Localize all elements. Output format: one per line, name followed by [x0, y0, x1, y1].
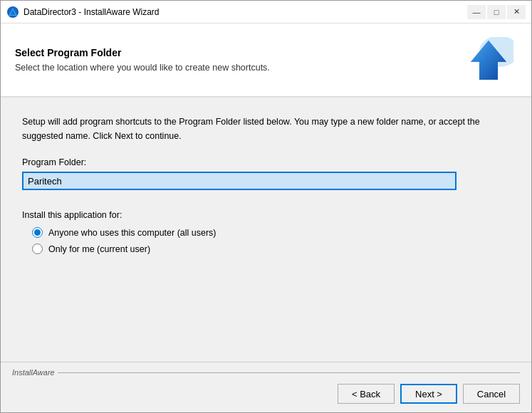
window-title: DataDirector3 - InstallAware Wizard — [24, 7, 160, 17]
description-text: Setup will add program shortcuts to the … — [22, 115, 510, 143]
radio-current-user-label: Only for me (current user) — [48, 244, 150, 254]
install-for-label: Install this application for: — [22, 210, 510, 220]
footer-brand-line: InstallAware — [12, 368, 520, 377]
install-section: Install this application for: Anyone who… — [22, 210, 510, 254]
title-bar: DataDirector3 - InstallAware Wizard — □ … — [1, 1, 531, 23]
app-icon — [6, 6, 19, 19]
radio-group: Anyone who uses this computer (all users… — [32, 227, 510, 254]
radio-current-user[interactable]: Only for me (current user) — [32, 244, 510, 254]
program-folder-input[interactable] — [22, 172, 457, 190]
radio-all-users-label: Anyone who uses this computer (all users… — [48, 228, 217, 238]
back-button[interactable]: < Back — [338, 384, 395, 404]
minimize-button[interactable]: — — [467, 5, 486, 19]
close-button[interactable]: ✕ — [507, 5, 526, 19]
footer-divider — [58, 372, 520, 373]
radio-all-users-input[interactable] — [32, 227, 43, 238]
maximize-button[interactable]: □ — [487, 5, 506, 19]
main-window: DataDirector3 - InstallAware Wizard — □ … — [0, 0, 532, 413]
footer: InstallAware < Back Next > Cancel — [1, 362, 531, 412]
header-subtitle: Select the location where you would like… — [15, 63, 270, 73]
arrow-up-icon — [464, 37, 513, 83]
next-button[interactable]: Next > — [400, 384, 457, 404]
header-icon-area — [460, 35, 517, 85]
content-area: Setup will add program shortcuts to the … — [1, 98, 531, 362]
title-bar-left: DataDirector3 - InstallAware Wizard — [6, 6, 160, 19]
program-folder-label: Program Folder: — [22, 157, 510, 167]
cancel-button[interactable]: Cancel — [463, 384, 520, 404]
footer-brand: InstallAware — [12, 368, 55, 377]
radio-all-users[interactable]: Anyone who uses this computer (all users… — [32, 227, 510, 238]
footer-buttons: < Back Next > Cancel — [12, 377, 520, 412]
radio-current-user-input[interactable] — [32, 244, 43, 254]
title-bar-controls: — □ ✕ — [467, 5, 526, 19]
header-panel: Select Program Folder Select the locatio… — [1, 23, 531, 98]
header-title: Select Program Folder — [15, 47, 270, 58]
header-text: Select Program Folder Select the locatio… — [15, 47, 270, 73]
